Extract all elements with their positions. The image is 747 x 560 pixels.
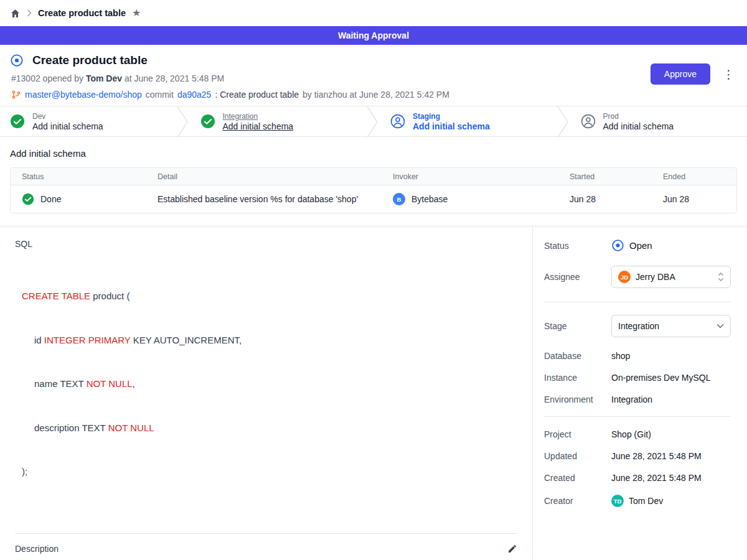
cell-invoker: B Bytebase [382, 193, 558, 205]
stage-row: Stage Integration [544, 315, 731, 337]
stage-task-label: Add initial schema [32, 121, 103, 131]
stage-task-label: Add initial schema [223, 121, 294, 131]
instance-row: Instance On-premises Dev MySQL [544, 373, 731, 383]
sql-line: name TEXT NOT NULL, [22, 376, 517, 391]
stage-label: Stage [544, 321, 611, 331]
sql-keyword: NOT NULL [108, 422, 154, 433]
commit-row: master@bytebase-demo/shop commit da90a25… [11, 90, 737, 100]
assignee-select[interactable]: JD Jerry DBA [611, 266, 731, 288]
updown-chevrons-icon [718, 272, 724, 282]
task-title: Add initial schema [10, 148, 737, 159]
sql-text: description TEXT [34, 422, 108, 433]
status-row: Status Open [544, 239, 731, 252]
table-row[interactable]: Done Established baseline version %s for… [11, 185, 736, 213]
sql-code: CREATE TABLE product ( id INTEGER PRIMAR… [22, 259, 517, 508]
cell-ended: Jun 28 [652, 194, 736, 204]
approval-banner-text: Waiting Approval [338, 30, 409, 40]
detail-text: Established baseline version %s for data… [157, 194, 358, 204]
instance-value: On-premises Dev MySQL [611, 373, 731, 383]
col-invoker: Invoker [382, 172, 558, 181]
sql-text: product ( [90, 291, 129, 301]
task-section: Add initial schema Status Detail Invoker… [0, 137, 747, 226]
created-value: June 28, 2021 5:48 PM [611, 473, 731, 483]
breadcrumb-page-title[interactable]: Create product table [38, 8, 126, 18]
open-status-icon [611, 239, 624, 252]
sql-keyword: CREATE TABLE [22, 291, 90, 301]
breadcrumb: Create product table ★ [0, 0, 747, 26]
col-ended: Ended [652, 172, 736, 181]
created-label: Created [544, 473, 611, 483]
commit-hash-link[interactable]: da90a25 [177, 90, 212, 100]
stage-separator [557, 106, 571, 136]
stage-staging[interactable]: Staging Add initial schema [380, 106, 557, 136]
approve-button[interactable]: Approve [651, 63, 710, 85]
col-status: Status [11, 172, 146, 181]
stage-select[interactable]: Integration [611, 315, 731, 337]
database-value: shop [611, 351, 731, 361]
issue-header: Create product table #13002 opened by To… [0, 45, 747, 106]
sql-text: ); [22, 466, 27, 477]
home-icon[interactable] [10, 8, 21, 19]
updated-value: June 28, 2021 5:48 PM [611, 451, 731, 461]
stage-env-label: Prod [603, 112, 674, 121]
stage-task-label: Add initial schema [603, 121, 674, 131]
updated-label: Updated [544, 451, 611, 461]
col-detail: Detail [146, 172, 382, 181]
project-label: Project [544, 429, 611, 439]
database-row: Database shop [544, 351, 731, 361]
issue-author: Tom Dev [86, 73, 122, 83]
creator-label: Creator [544, 496, 611, 506]
instance-label: Instance [544, 373, 611, 383]
environment-label: Environment [544, 394, 611, 404]
stage-prod[interactable]: Prod Add initial schema [571, 106, 747, 136]
check-circle-icon [200, 114, 215, 129]
sql-line: id INTEGER PRIMARY KEY AUTO_INCREMENT, [22, 333, 517, 348]
sql-text: KEY AUTO_INCREMENT, [130, 335, 242, 345]
divider [544, 302, 731, 302]
stage-env-label: Dev [32, 112, 103, 121]
app-window: Create product table ★ Waiting Approval … [0, 0, 747, 560]
creator-value: Tom Dev [629, 496, 663, 506]
person-circle-icon [581, 114, 596, 129]
stage-env-label: Integration [223, 112, 294, 121]
stage-separator [177, 106, 190, 136]
kebab-menu-icon[interactable]: ⋮ [720, 67, 737, 82]
updated-row: Updated June 28, 2021 5:48 PM [544, 451, 731, 461]
branch-link[interactable]: master@bytebase-demo/shop [25, 90, 142, 100]
cell-detail: Established baseline version %s for data… [146, 194, 382, 204]
star-icon[interactable]: ★ [132, 8, 141, 18]
stage-task-label: Add initial schema [413, 121, 490, 131]
description-label: Description [15, 544, 59, 554]
divider [15, 533, 517, 534]
environment-value: Integration [611, 394, 731, 404]
issue-open-icon [10, 54, 24, 67]
chevron-down-icon [716, 324, 724, 329]
col-started: Started [558, 172, 652, 181]
issue-title: Create product table [32, 54, 148, 67]
project-value: Shop (Git) [611, 429, 731, 439]
created-row: Created June 28, 2021 5:48 PM [544, 473, 731, 483]
approval-banner: Waiting Approval [0, 26, 747, 45]
sql-line: CREATE TABLE product ( [22, 289, 517, 304]
commit-message: : Create product table [215, 90, 299, 100]
issue-at: at [125, 73, 132, 83]
check-circle-icon [22, 193, 34, 205]
creator-row: Creator TD Tom Dev [544, 495, 731, 507]
edit-pencil-icon[interactable] [507, 544, 517, 554]
assignee-row: Assignee JD Jerry DBA [544, 266, 731, 288]
stage-integration[interactable]: Integration Add initial schema [190, 106, 367, 136]
stage-dev[interactable]: Dev Add initial schema [0, 106, 177, 136]
sql-line: description TEXT NOT NULL [22, 421, 517, 436]
header-actions: Approve ⋮ [651, 63, 737, 85]
status-value: Open [629, 240, 652, 251]
issue-meta: #13002 opened by Tom Dev at June 28, 202… [11, 73, 737, 83]
git-branch-icon [11, 90, 21, 100]
left-panel: SQL CREATE TABLE product ( id INTEGER PR… [0, 226, 533, 560]
status-label: Status [544, 241, 611, 251]
issue-open-time: June 28, 2021 5:48 PM [134, 73, 224, 83]
creator-avatar: TD [611, 495, 624, 507]
main-content: SQL CREATE TABLE product ( id INTEGER PR… [0, 226, 747, 560]
project-row: Project Shop (Git) [544, 429, 731, 439]
sql-text: name TEXT [34, 378, 87, 389]
invoker-avatar: B [393, 193, 405, 205]
